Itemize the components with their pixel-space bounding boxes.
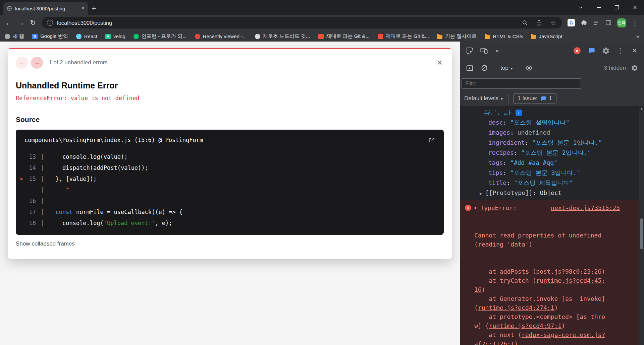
devtools-close-icon[interactable]: ×: [629, 45, 641, 57]
bookmark-item[interactable]: 새 탭: [5, 33, 24, 40]
reload-button[interactable]: ↻: [27, 17, 39, 29]
bookmark-item[interactable]: HTML & CSS: [485, 33, 523, 39]
console-scrollbar[interactable]: ▲: [639, 106, 644, 345]
error-count-badge[interactable]: ×: [571, 45, 583, 57]
bookmark-item[interactable]: 제대로 파는 Git &...: [318, 33, 370, 40]
property-colon: :: [506, 179, 514, 186]
bookmark-item[interactable]: JavaScript: [531, 33, 562, 39]
code-line: 14| dispatch(addPost(value));: [16, 162, 444, 174]
site-info-icon[interactable]: i: [47, 20, 53, 26]
previous-error-button[interactable]: ←: [16, 57, 28, 69]
live-expression-eye-icon[interactable]: [523, 62, 535, 74]
translate-extension-icon[interactable]: G: [568, 19, 575, 26]
property-key: desc: [488, 119, 503, 126]
bookmark-item[interactable]: GGoogle 번역: [32, 33, 68, 40]
code-line-content: dispatch(addPost(value));: [49, 162, 148, 174]
code-token: console.log(: [49, 220, 104, 226]
window-close-button[interactable]: ×: [626, 0, 644, 15]
clear-console-icon[interactable]: [478, 62, 490, 74]
console-property-row[interactable]: ingredient: "포스팅 본문 1입니다.": [460, 138, 644, 148]
console-log-group: 다.', …}i desc: "포스팅 설명입니다"images: undefi…: [460, 106, 644, 199]
maximize-icon: [615, 5, 619, 9]
truncated-log-line[interactable]: 다.', …}i: [460, 108, 644, 118]
console-context-selector[interactable]: top▼: [500, 65, 514, 71]
bookmark-item[interactable]: 제로초 노드버드 깃...: [255, 33, 310, 40]
show-collapsed-frames-link[interactable]: Show collapsed frames: [16, 240, 75, 247]
issues-message-icon[interactable]: [585, 45, 597, 57]
address-bar[interactable]: i localhost:3000/posting ☆: [42, 17, 562, 28]
stack-frame-text: at tryCatch (: [474, 277, 536, 284]
side-panel-icon[interactable]: [605, 19, 612, 26]
bookmark-item[interactable]: React: [76, 33, 97, 39]
toolbar-divider: [508, 94, 508, 103]
page-viewport: ← → 1 of 2 unhandled errors × Unhandled …: [0, 42, 460, 345]
overlay-close-icon[interactable]: ×: [437, 58, 442, 67]
next-error-button[interactable]: →: [31, 57, 43, 69]
new-tab-button[interactable]: +: [88, 3, 100, 14]
forward-button[interactable]: →: [15, 17, 27, 29]
bookmarks-overflow-icon[interactable]: »: [636, 33, 639, 40]
stack-frame-text: at next (: [474, 331, 522, 338]
console-sidebar-icon[interactable]: [464, 62, 476, 74]
git-favicon-icon: [378, 34, 383, 39]
console-property-row[interactable]: title: "포스팅 제목입니다": [460, 178, 644, 188]
prototype-row[interactable]: ▶[[Prototype]]: Object: [460, 188, 644, 199]
back-button[interactable]: ←: [3, 17, 15, 29]
bookmark-item[interactable]: 제대로 파는 Git &...: [378, 33, 429, 40]
property-key: recipes: [488, 149, 514, 156]
more-panels-icon[interactable]: »: [492, 47, 502, 54]
hidden-messages-label[interactable]: 3 hidden: [604, 65, 626, 71]
console-property-row[interactable]: desc: "포스팅 설명입니다": [460, 118, 644, 128]
reading-list-icon[interactable]: [592, 19, 600, 26]
scrollbar-up-icon[interactable]: ▲: [639, 107, 644, 110]
bookmark-item[interactable]: 기본 웹사이트: [437, 33, 477, 40]
tab-search-chevron-icon[interactable]: [572, 0, 590, 15]
bookmark-label: Google 번역: [40, 33, 68, 40]
code-gutter-pipe: |: [36, 196, 49, 207]
bookmark-item[interactable]: 인프런 - 프로가 되...: [133, 33, 187, 40]
open-in-editor-icon[interactable]: [428, 137, 435, 143]
console-property-row[interactable]: images: undefined: [460, 128, 644, 138]
devtools-settings-gear-icon[interactable]: [600, 45, 612, 57]
prototype-expand-icon[interactable]: ▶: [480, 191, 482, 196]
stack-frame-link[interactable]: runtime.js?ecd4:274:1: [478, 304, 554, 311]
translate-favicon-icon: G: [32, 34, 38, 39]
browser-menu-kebab-icon[interactable]: ⋮: [631, 19, 639, 26]
log-levels-selector[interactable]: Default levels▼: [464, 95, 503, 102]
console-settings-gear-icon[interactable]: [629, 62, 641, 74]
error-expand-icon[interactable]: ▶: [475, 203, 477, 213]
code-line: | ^: [16, 185, 444, 196]
error-source-link[interactable]: next-dev.js?3515:25: [551, 203, 620, 213]
console-filter-input[interactable]: [462, 78, 581, 89]
browser-tab[interactable]: localhost:3000/posting ×: [3, 2, 88, 15]
window-maximize-button[interactable]: [608, 0, 626, 15]
zoom-icon[interactable]: [521, 19, 529, 26]
console-property-row[interactable]: recipes: "포스팅 본문 2입니다.": [460, 148, 644, 158]
console-property-row[interactable]: tips: "포스팅 본문 3입니다.": [460, 168, 644, 178]
source-heading: Source: [16, 116, 442, 124]
devtools-menu-kebab-icon[interactable]: ⋮: [614, 45, 626, 57]
code-line-number: 18: [26, 218, 36, 229]
tab-close-icon[interactable]: ×: [81, 5, 85, 12]
share-icon[interactable]: [535, 19, 543, 26]
bookmark-star-icon[interactable]: ☆: [549, 19, 557, 26]
issues-counter-chip[interactable]: 1 Issue: 1: [513, 93, 556, 104]
window-minimize-button[interactable]: [590, 0, 608, 15]
inspect-element-icon[interactable]: [464, 45, 476, 57]
extensions-puzzle-icon[interactable]: [580, 19, 587, 26]
device-toolbar-icon[interactable]: [478, 45, 490, 57]
bookmark-item[interactable]: Recently viewed -...: [195, 33, 247, 39]
tab-strip: localhost:3000/posting × + ×: [0, 0, 644, 15]
stack-frame: at Generator.invoke [as _invoke] (runtim…: [474, 294, 607, 312]
scrollbar-thumb[interactable]: [640, 218, 643, 249]
bookmark-item[interactable]: vvelog: [105, 33, 125, 39]
stack-frame-link[interactable]: post.js?98c0:23:26: [536, 268, 601, 275]
stack-frame-text: ): [514, 340, 518, 345]
property-key: tags: [488, 159, 503, 166]
console-property-row[interactable]: tags: "#dd #aa #qq": [460, 158, 644, 168]
levels-dropdown-icon: ▼: [500, 97, 503, 101]
code-gutter-pipe: |: [36, 218, 49, 229]
stack-frame-link[interactable]: runtime.js?ecd4:97:1: [489, 322, 561, 329]
profile-avatar[interactable]: 민덕: [617, 18, 626, 27]
property-value: undefined: [518, 129, 550, 136]
